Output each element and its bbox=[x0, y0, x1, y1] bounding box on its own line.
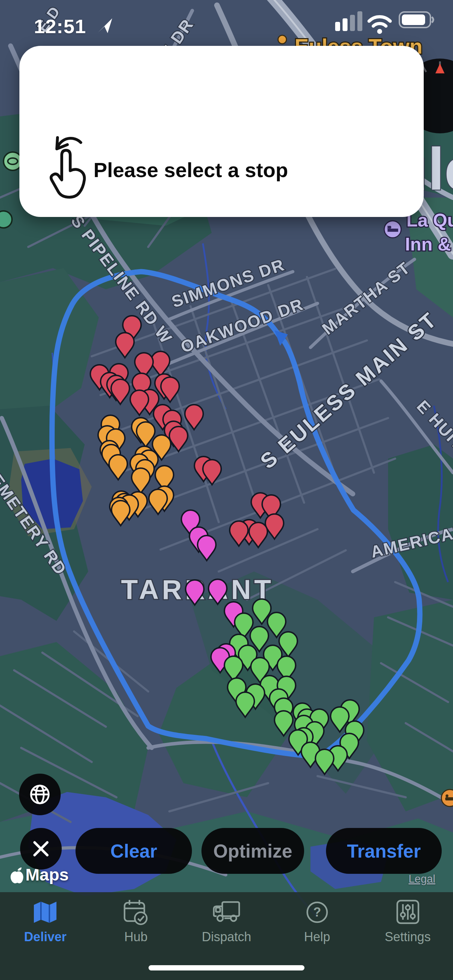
close-button[interactable] bbox=[20, 828, 62, 870]
svg-text:?: ? bbox=[313, 905, 321, 920]
transfer-label: Transfer bbox=[347, 840, 421, 862]
sliders-icon bbox=[393, 899, 423, 926]
transfer-button[interactable]: Transfer bbox=[326, 828, 442, 874]
wifi-dot bbox=[377, 29, 382, 34]
map-icon bbox=[30, 899, 60, 926]
status-icons bbox=[326, 0, 453, 39]
status-bar: 12:51 bbox=[0, 0, 453, 39]
calendar-check-icon bbox=[121, 899, 151, 926]
location-arrow-icon bbox=[96, 16, 114, 35]
app-screen: E DWILSHIRE DRA LNEuless TownSoftball Wo… bbox=[0, 0, 453, 980]
close-icon bbox=[32, 840, 50, 858]
legal-link[interactable]: Legal bbox=[408, 873, 436, 885]
tab-hub-label: Hub bbox=[124, 929, 148, 944]
select-stop-toast: Please select a stop bbox=[19, 46, 424, 217]
clear-button[interactable]: Clear bbox=[75, 828, 192, 874]
toast-message: Please select a stop bbox=[94, 158, 288, 182]
apple-logo-icon bbox=[9, 866, 23, 883]
tab-settings[interactable]: Settings bbox=[362, 892, 453, 980]
clear-label: Clear bbox=[110, 840, 157, 862]
battery-icon bbox=[399, 12, 433, 27]
optimize-label: Optimize bbox=[213, 840, 292, 862]
tab-help-label: Help bbox=[304, 929, 330, 944]
signal-bars-icon bbox=[335, 11, 362, 31]
hotel-icon-purple bbox=[384, 221, 401, 238]
tab-deliver-label: Deliver bbox=[24, 929, 66, 944]
tab-settings-label: Settings bbox=[385, 929, 431, 944]
map-mode-globe-button[interactable] bbox=[19, 774, 61, 815]
home-indicator[interactable] bbox=[149, 965, 304, 970]
help-icon: ? bbox=[302, 899, 332, 926]
hotel-icon-orange bbox=[441, 789, 453, 807]
wifi-icon bbox=[369, 17, 390, 26]
optimize-button[interactable]: Optimize bbox=[202, 828, 304, 874]
park-icon bbox=[0, 211, 12, 228]
clock: 12:51 bbox=[34, 15, 86, 38]
truck-icon bbox=[210, 899, 243, 926]
tab-dispatch-label: Dispatch bbox=[202, 929, 251, 944]
tab-deliver[interactable]: Deliver bbox=[0, 892, 91, 980]
tap-gesture-icon bbox=[39, 130, 92, 206]
map-label: Inn & bbox=[405, 234, 451, 255]
globe-icon bbox=[29, 784, 51, 805]
